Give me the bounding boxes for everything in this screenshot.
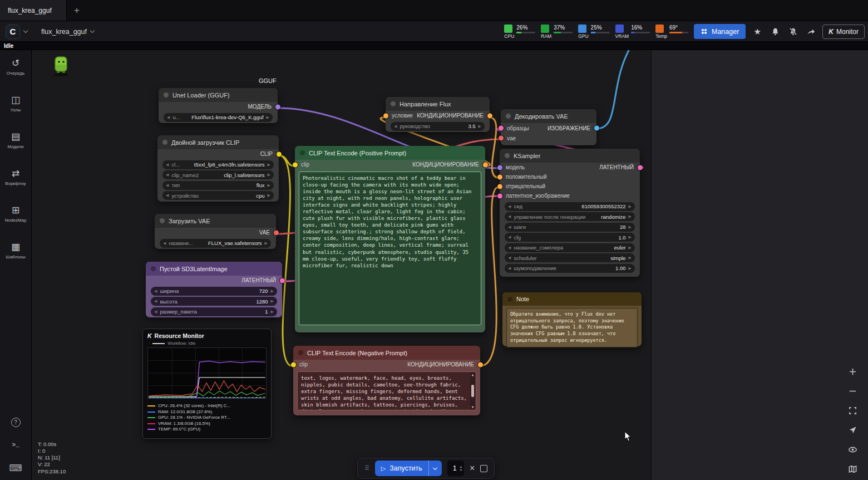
positive-prompt-textarea[interactable]: Photorealistic cinematic macro shot of a… bbox=[299, 172, 481, 325]
step-down-icon[interactable]: ▾ bbox=[460, 468, 462, 472]
widget-batch-size[interactable]: размер_пакета 1 bbox=[151, 307, 277, 316]
zoom-in-icon[interactable] bbox=[845, 365, 860, 378]
widget-unet-name[interactable]: u... Flux\flux1-krea-dev-Q6_K.gguf bbox=[164, 113, 273, 122]
latent-output-pin[interactable] bbox=[638, 165, 643, 170]
collapse-dot[interactable] bbox=[151, 266, 156, 271]
right-side-panel[interactable] bbox=[651, 50, 868, 480]
collapse-dot[interactable] bbox=[507, 297, 512, 302]
widget-control-after-generate[interactable]: управление после генерации randomize bbox=[505, 212, 635, 221]
conditioning-output-pin[interactable] bbox=[487, 113, 492, 118]
sidebar-item-models[interactable]: ▤ Модели bbox=[0, 131, 31, 168]
widget-type[interactable]: тип flux bbox=[162, 181, 274, 190]
widget-vae-name[interactable]: названи... FLUX_vae.safetensors bbox=[160, 239, 271, 248]
node-flux-guidance[interactable]: Направление Flux условие КОНДИЦИОНИРОВАН… bbox=[386, 97, 490, 132]
stop-icon[interactable] bbox=[480, 465, 487, 472]
share-icon[interactable] bbox=[805, 26, 817, 38]
cpu-monitor[interactable]: CPU 26% bbox=[504, 25, 535, 39]
sidebar-item-nodesmap[interactable]: ⊞ NodesMap bbox=[0, 205, 31, 242]
star-icon[interactable]: ★ bbox=[751, 26, 763, 38]
widget-scheduler[interactable]: scheduler simple bbox=[505, 253, 635, 262]
sidebar-item-queue[interactable]: ↺ Очередь bbox=[0, 58, 31, 95]
node-note[interactable]: Note Обратите внимание, что у Flux dev н… bbox=[502, 292, 642, 346]
gpu-monitor[interactable]: GPU 25% bbox=[578, 25, 609, 39]
clip-input-pin[interactable] bbox=[291, 362, 296, 367]
clip-input-pin[interactable] bbox=[293, 162, 298, 167]
workflow-tab[interactable]: flux_krea_gguf bbox=[0, 0, 67, 21]
collapse-dot[interactable] bbox=[506, 114, 511, 119]
scrollbar-thumb[interactable] bbox=[471, 385, 474, 397]
widget-device[interactable]: устройство cpu bbox=[162, 191, 274, 200]
node-ksampler[interactable]: KSampler модель ЛАТЕНТНЫЙ положительный … bbox=[500, 149, 640, 277]
widget-clip-name1[interactable]: cl... t5xxl_fp8_e4m3fn.safetensors bbox=[162, 160, 274, 169]
widget-denoise[interactable]: шумоподавление 1.00 bbox=[505, 264, 635, 273]
manager-button[interactable]: Manager bbox=[694, 24, 746, 39]
sidebar-item-nodes[interactable]: ◫ Узлы bbox=[0, 95, 31, 131]
chevron-down-icon[interactable] bbox=[90, 28, 95, 33]
batch-count-stepper[interactable]: 1 ▴▾ bbox=[447, 461, 464, 476]
collapse-dot[interactable] bbox=[391, 101, 396, 106]
collapse-dot[interactable] bbox=[300, 150, 305, 155]
widget-clip-name2[interactable]: clip_name2 clip_l.safetensors bbox=[162, 170, 274, 179]
new-workflow-tab-button[interactable]: + bbox=[67, 0, 87, 21]
keybinding-icon[interactable]: ⌨ bbox=[9, 463, 22, 473]
run-button[interactable]: ▷ Запустить bbox=[375, 461, 442, 476]
sidebar-item-workflows[interactable]: ⇄ Воркфлоу bbox=[0, 168, 31, 205]
node-vae-decode[interactable]: Декодировать VAE образцы ИЗОБРАЖЕНИЕ vae bbox=[501, 109, 596, 145]
vae-input-pin[interactable] bbox=[499, 136, 504, 141]
node-clip-text-encode-positive[interactable]: CLIP Text Encode (Positive Prompt) clip … bbox=[295, 146, 485, 332]
select-tool-icon[interactable] bbox=[845, 424, 860, 436]
chevron-down-icon[interactable] bbox=[23, 28, 28, 33]
zoom-out-icon[interactable] bbox=[845, 385, 860, 397]
help-icon[interactable]: ? bbox=[11, 418, 21, 427]
positive-input-pin[interactable] bbox=[497, 174, 502, 179]
drag-handle-icon[interactable]: ⠿ bbox=[364, 464, 369, 472]
note-textarea[interactable]: Обратите внимание, что у Flux dev нет от… bbox=[506, 308, 638, 347]
widget-width[interactable]: ширина 720 bbox=[151, 287, 277, 296]
node-unet-loader-gguf[interactable]: Unet Loader (GGUF) МОДЕЛЬ u... Flux\flux… bbox=[159, 88, 278, 123]
widget-height[interactable]: высота 1280 bbox=[151, 297, 277, 306]
vae-output-pin[interactable] bbox=[274, 230, 279, 235]
widget-guidance[interactable]: руководство 3.5 bbox=[391, 122, 485, 131]
widget-steps[interactable]: шаги 28 bbox=[505, 223, 635, 232]
samples-input-pin[interactable] bbox=[499, 126, 504, 131]
crystools-monitor-button[interactable]: K Monitor bbox=[822, 25, 865, 39]
negative-prompt-textarea[interactable]: text, logos, watermark, face, head, eyes… bbox=[297, 371, 476, 410]
graph-canvas[interactable]: GGUF Unet Loader (GGUF) МОДЕЛЬ u... Flux… bbox=[32, 50, 651, 480]
temp-monitor[interactable]: Temp 69° bbox=[655, 25, 688, 39]
run-options-caret[interactable] bbox=[428, 461, 442, 476]
conditioning-input-pin[interactable] bbox=[383, 113, 388, 118]
scrollbar[interactable]: ▲▼ bbox=[470, 373, 475, 409]
widget-cfg[interactable]: cfg 1.0 bbox=[505, 233, 635, 242]
terminal-icon[interactable]: >_ bbox=[12, 442, 19, 448]
image-output-pin[interactable] bbox=[594, 126, 599, 131]
node-dual-clip-loader[interactable]: Двойной загрузчик CLIP CLIP cl... t5xxl_… bbox=[157, 135, 279, 202]
model-output-pin[interactable] bbox=[275, 104, 280, 109]
node-load-vae[interactable]: Загрузить VAE VAE названи... FLUX_vae.sa… bbox=[155, 214, 276, 249]
node-clip-text-encode-negative[interactable]: CLIP Text Encode (Negative Prompt) clip … bbox=[293, 346, 480, 415]
collapse-dot[interactable] bbox=[160, 218, 165, 223]
sidebar-item-templates[interactable]: ▦ Шаблоны bbox=[0, 242, 31, 278]
comfyui-logo[interactable]: C bbox=[6, 25, 20, 39]
bell-icon[interactable] bbox=[769, 26, 781, 38]
clip-output-pin[interactable] bbox=[277, 151, 282, 156]
collapse-dot[interactable] bbox=[164, 92, 169, 97]
widget-sampler-name[interactable]: название_сэмплера euler bbox=[505, 243, 635, 252]
node-resource-monitor[interactable]: K Resource Monitor · Workflow: Idle bbox=[142, 329, 272, 439]
negative-input-pin[interactable] bbox=[497, 184, 502, 189]
workflow-name[interactable]: flux_krea_gguf bbox=[41, 28, 87, 36]
collapse-dot[interactable] bbox=[505, 153, 510, 158]
latent-output-pin[interactable] bbox=[280, 278, 285, 283]
node-empty-sd3-latent[interactable]: Пустой SD3LatentImage ЛАТЕНТНЫЙ ширина 7… bbox=[146, 262, 282, 317]
model-input-pin[interactable] bbox=[497, 165, 502, 170]
collapse-dot[interactable] bbox=[298, 350, 303, 355]
bell-off-icon[interactable] bbox=[787, 26, 799, 38]
conditioning-output-pin[interactable] bbox=[478, 362, 483, 367]
collapse-dot[interactable] bbox=[162, 140, 167, 145]
widget-seed[interactable]: сид 810059300552322 bbox=[505, 202, 635, 211]
vram-monitor[interactable]: VRAM 16% bbox=[615, 25, 650, 39]
minimap-icon[interactable] bbox=[845, 463, 860, 475]
toggle-visibility-icon[interactable] bbox=[845, 443, 860, 455]
fit-view-icon[interactable] bbox=[845, 404, 860, 417]
link-image-out[interactable] bbox=[596, 50, 633, 129]
clear-queue-icon[interactable]: × bbox=[470, 464, 475, 473]
